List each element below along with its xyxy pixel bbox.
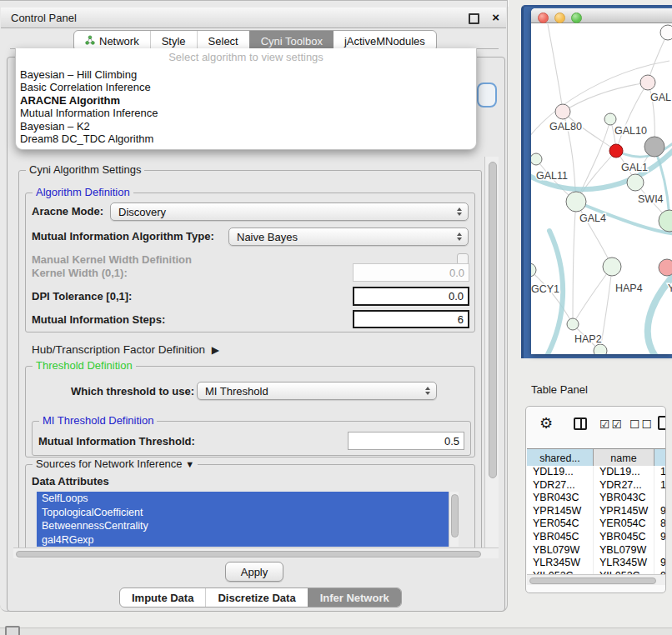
minimize-traffic-light[interactable]: [554, 12, 565, 23]
table-row[interactable]: YDL19...YDL19...13: [527, 466, 666, 479]
node-label-hap4: HAP4: [615, 282, 643, 294]
kernel-width-field: [353, 263, 469, 282]
attribute-item-gal4rgexp[interactable]: gal4RGexp: [37, 533, 459, 548]
network-node[interactable]: [603, 258, 621, 276]
network-canvas[interactable]: GALGAL80GAL10GAL11GAL1SWI4GAL4GCY1HAP4YH…: [531, 24, 672, 354]
network-node[interactable]: [604, 113, 616, 125]
table-cell: YLR345W: [594, 557, 654, 570]
network-node[interactable]: [640, 75, 655, 90]
table-row[interactable]: YER054CYER054C8.: [527, 518, 666, 531]
network-edge: [573, 202, 576, 324]
network-node[interactable]: [594, 344, 607, 354]
table-row[interactable]: YLR345WYLR345W9.: [527, 557, 666, 570]
dpi-tolerance-field[interactable]: [353, 287, 469, 306]
bottom-tab-infer-network[interactable]: Infer Network: [308, 588, 401, 607]
unchecked-checkboxes-icon[interactable]: ☐☐: [629, 418, 654, 431]
columns-icon[interactable]: [574, 418, 587, 430]
network-edge: [600, 267, 612, 351]
column-header-shared[interactable]: shared...: [527, 449, 594, 467]
close-icon[interactable]: ×: [492, 10, 499, 24]
settings-vertical-scrollbar[interactable]: [484, 157, 499, 558]
network-node[interactable]: [660, 25, 672, 40]
network-node[interactable]: [627, 174, 644, 191]
network-node[interactable]: [531, 153, 542, 165]
dropdown-item-dream8-dc-tdc-algorithm[interactable]: Dream8 DC_TDC Algorithm: [16, 132, 476, 145]
dropdown-items: Bayesian – Hill ClimbingBasic Correlatio…: [16, 68, 476, 145]
column-header-clipped[interactable]: [654, 449, 666, 467]
table-row[interactable]: YPR145WYPR145W9.: [527, 505, 666, 518]
dropdown-item-bayesian-hill-climbing[interactable]: Bayesian – Hill Climbing: [16, 68, 476, 81]
hub-definition-toggle[interactable]: Hub/Transcription Factor Definition ▶: [32, 343, 216, 356]
network-edge: [576, 202, 612, 267]
network-node[interactable]: [567, 318, 579, 330]
network-edge: [616, 82, 648, 151]
settings-vscroll-thumb[interactable]: [489, 162, 497, 478]
mi-steps-field[interactable]: [353, 310, 469, 328]
apply-button[interactable]: Apply: [225, 562, 283, 582]
network-node[interactable]: [644, 137, 664, 157]
network-node[interactable]: [659, 259, 672, 276]
network-edge: [648, 32, 668, 82]
network-node[interactable]: [609, 144, 623, 158]
sources-title: Sources for Network Inference ▼: [33, 458, 198, 470]
table-cell: YBR043C: [527, 492, 594, 505]
cyni-algorithm-settings-title: Cyni Algorithm Settings: [26, 163, 144, 176]
dropdown-item-basic-correlation-inference[interactable]: Basic Correlation Inference: [16, 81, 476, 93]
table-row[interactable]: YBL079WYBL079W: [527, 544, 666, 558]
node-label-y: Y: [668, 282, 672, 294]
dpi-tolerance-label: DPI Tolerance [0,1]:: [32, 290, 132, 302]
aracne-mode-select[interactable]: Discovery: [110, 202, 469, 221]
which-threshold-select[interactable]: MI Threshold: [197, 382, 437, 400]
attribute-item-betweennesscentrality[interactable]: BetweennessCentrality: [37, 519, 459, 533]
network-node[interactable]: [555, 104, 570, 119]
network-node[interactable]: [566, 192, 586, 212]
close-traffic-light[interactable]: [538, 12, 549, 23]
mi-algorithm-type-select[interactable]: Naive Bayes: [228, 228, 469, 246]
checked-checkboxes-icon[interactable]: ☑☑: [599, 418, 624, 431]
attributes-scrollbar-thumb[interactable]: [451, 494, 459, 538]
bottom-tab-impute-data[interactable]: Impute Data: [120, 588, 205, 607]
gear-icon[interactable]: ⚙: [539, 414, 553, 432]
table-row[interactable]: YBR043CYBR043C: [527, 492, 666, 505]
expanded-arrow-icon[interactable]: ▼: [185, 459, 194, 469]
dropdown-item-aracne-algorithm[interactable]: ARACNE Algorithm: [16, 94, 476, 107]
dropdown-item-bayesian-k2[interactable]: Bayesian – K2: [16, 120, 476, 132]
table-hscroll-thumb[interactable]: [529, 578, 656, 584]
settings-scroll-area: Cyni Algorithm Settings Algorithm Defini…: [13, 157, 499, 558]
table-row[interactable]: YBR045CYBR045C9.: [527, 531, 666, 544]
settings-horizontal-scrollbar[interactable]: [13, 548, 499, 558]
kernel-width-label: Kernel Width (0,1):: [32, 267, 128, 279]
network-window-titlebar: [531, 8, 672, 23]
bottom-tab-discretize-data[interactable]: Discretize Data: [205, 588, 307, 607]
settings-hscroll-thumb[interactable]: [16, 551, 481, 558]
table-cell: 13: [654, 466, 666, 479]
network-node[interactable]: [659, 210, 672, 232]
bottom-left-widget[interactable]: [5, 626, 20, 635]
collapsed-arrow-icon[interactable]: ▶: [212, 344, 219, 356]
table-horizontal-scrollbar[interactable]: [527, 574, 666, 585]
dropdown-item-mutual-information-inference[interactable]: Mutual Information Inference: [16, 107, 476, 119]
table-cell: 12: [654, 479, 666, 492]
attributes-list-scrollbar[interactable]: [449, 492, 459, 547]
dropdown-prompt: Select algorithm to view settings: [16, 50, 476, 64]
sources-title-text: Sources for Network Inference: [36, 458, 183, 470]
node-label-gal1: GAL1: [621, 162, 648, 173]
network-edge: [548, 24, 563, 112]
mi-steps-label: Mutual Information Steps:: [32, 313, 165, 326]
table-cell: 8.: [654, 518, 666, 531]
float-window-icon[interactable]: [469, 13, 479, 24]
stepper-arrows-icon: [425, 387, 430, 395]
table-row[interactable]: YDR27...YDR27...12: [527, 479, 666, 492]
column-header-name[interactable]: name: [594, 449, 654, 467]
data-attributes-list[interactable]: SelfLoopsTopologicalCoefficientBetweenne…: [37, 492, 459, 547]
which-threshold-value: MI Threshold: [205, 385, 268, 398]
stepper-arrows-icon: [457, 232, 462, 241]
attribute-item-selfloops[interactable]: SelfLoops: [37, 492, 459, 506]
zoom-traffic-light[interactable]: [571, 12, 582, 23]
tab-label: Style: [162, 35, 186, 48]
node-label-swi4: SWI4: [638, 193, 664, 205]
attribute-item-topologicalcoefficient[interactable]: TopologicalCoefficient: [37, 506, 459, 520]
bottom-strip: [0, 628, 672, 635]
document-icon[interactable]: [658, 416, 666, 430]
mi-threshold-field[interactable]: [348, 432, 464, 450]
